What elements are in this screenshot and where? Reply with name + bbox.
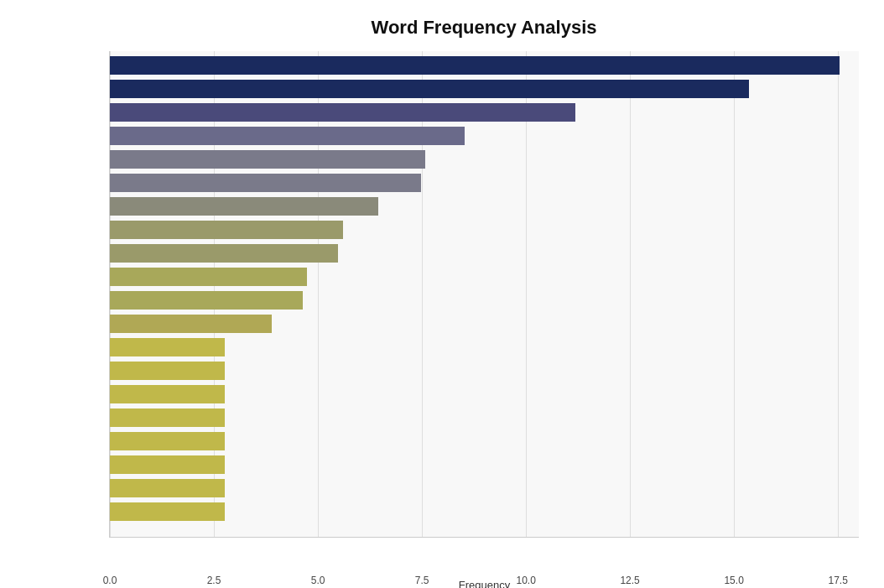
grid-line — [838, 51, 839, 537]
bar-threats — [110, 150, 425, 169]
bar-risk — [110, 291, 303, 310]
grid-line — [318, 51, 319, 537]
bar-emerge — [110, 385, 225, 403]
x-axis-title: Frequency — [110, 579, 859, 588]
bar-organizations — [110, 432, 225, 450]
bar-enable — [110, 338, 225, 356]
bar-engine — [110, 268, 307, 286]
bar-threat — [110, 80, 749, 98]
bar-update — [110, 221, 343, 239]
chart-container: Word Frequency Analysis cyberthreathitru… — [0, 0, 884, 588]
grid-line — [422, 51, 423, 537]
grid-line — [630, 51, 631, 537]
grid-line — [526, 51, 527, 537]
bar-adaptive — [110, 127, 465, 145]
bar-intelligence — [110, 244, 338, 263]
chart-area: 0.02.55.07.510.012.515.017.5 Frequency — [109, 51, 859, 538]
bar-hitrust — [110, 103, 575, 122]
bar-microsoft — [110, 174, 421, 192]
bar-control — [110, 197, 378, 216]
bar-advance — [110, 408, 225, 427]
bar-specifications — [110, 455, 225, 474]
grid-line — [734, 51, 735, 537]
bar-enhance — [110, 502, 225, 521]
chart-title: Word Frequency Analysis — [109, 17, 859, 39]
bar-maintain — [110, 479, 225, 497]
bar-cyber — [110, 56, 840, 75]
bar-csf — [110, 315, 272, 333]
bar-address — [110, 362, 225, 380]
